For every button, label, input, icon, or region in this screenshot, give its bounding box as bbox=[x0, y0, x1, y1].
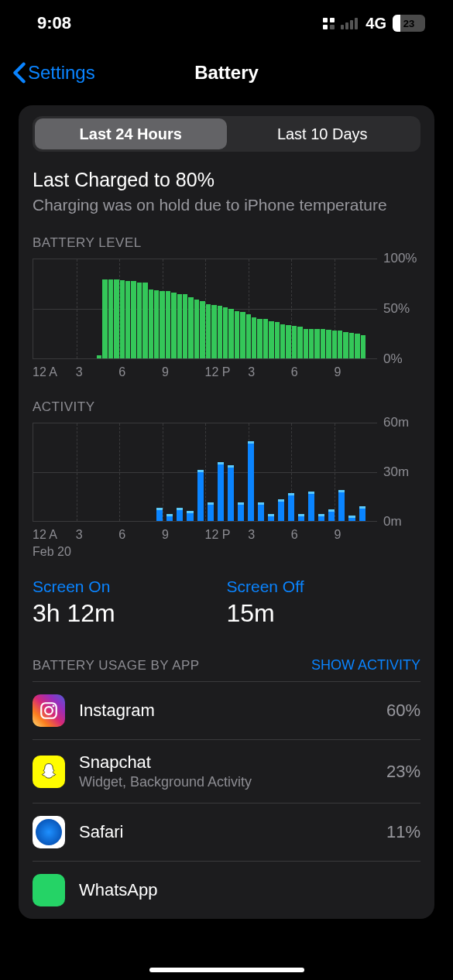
app-row-safari[interactable]: Safari 11% bbox=[33, 803, 420, 861]
nav-bar: Settings Battery bbox=[0, 46, 453, 99]
usage-list-title: BATTERY USAGE BY APP bbox=[33, 658, 200, 673]
activity-x-axis: 12 A36912 P369 bbox=[33, 528, 420, 542]
time-range-tabs: Last 24 Hours Last 10 Days bbox=[33, 116, 420, 152]
tab-24-hours[interactable]: Last 24 Hours bbox=[35, 118, 227, 149]
dual-sim-icon bbox=[323, 18, 335, 29]
status-time: 9:08 bbox=[37, 13, 71, 33]
battery-level-label: BATTERY LEVEL bbox=[33, 235, 420, 251]
activity-chart[interactable]: 60m 30m 0m bbox=[33, 423, 420, 522]
app-percent: 60% bbox=[386, 701, 420, 721]
app-row-snapchat[interactable]: Snapchat Widget, Background Activity 23% bbox=[33, 739, 420, 803]
app-name: WhatsApp bbox=[79, 880, 420, 900]
last-charged-title: Last Charged to 80% bbox=[33, 169, 420, 191]
app-percent: 11% bbox=[386, 822, 420, 842]
activity-label: ACTIVITY bbox=[33, 399, 420, 415]
app-name: Snapchat bbox=[79, 752, 386, 773]
app-sub: Widget, Background Activity bbox=[79, 774, 386, 790]
app-row-whatsapp[interactable]: WhatsApp bbox=[33, 861, 420, 919]
show-activity-button[interactable]: SHOW ACTIVITY bbox=[311, 657, 420, 673]
instagram-icon bbox=[33, 694, 65, 727]
usage-list-header: BATTERY USAGE BY APP SHOW ACTIVITY bbox=[33, 657, 420, 681]
snapchat-icon bbox=[33, 756, 65, 788]
screen-off-value: 15m bbox=[227, 599, 421, 628]
battery-level-x-axis: 12 A36912 P369 bbox=[33, 365, 420, 379]
app-name: Safari bbox=[79, 822, 386, 842]
safari-icon bbox=[33, 816, 65, 848]
screen-on-value: 3h 12m bbox=[33, 599, 227, 628]
usage-summary: Screen On 3h 12m Screen Off 15m bbox=[33, 577, 420, 628]
app-percent: 23% bbox=[386, 762, 420, 782]
app-row-instagram[interactable]: Instagram 60% bbox=[33, 681, 420, 739]
svg-marker-5 bbox=[47, 827, 54, 834]
screen-on-label: Screen On bbox=[33, 577, 227, 596]
status-bar: 9:08 4G 23 bbox=[0, 0, 453, 46]
status-right: 4G 23 bbox=[323, 15, 425, 33]
svg-point-2 bbox=[53, 705, 55, 708]
page-title: Battery bbox=[0, 62, 453, 84]
whatsapp-icon bbox=[33, 874, 65, 906]
activity-date: Feb 20 bbox=[33, 545, 420, 559]
network-type: 4G bbox=[365, 15, 386, 33]
tab-10-days[interactable]: Last 10 Days bbox=[227, 118, 419, 149]
app-name: Instagram bbox=[79, 701, 386, 721]
svg-marker-4 bbox=[49, 827, 54, 832]
home-indicator[interactable] bbox=[149, 968, 304, 972]
battery-card: Last 24 Hours Last 10 Days Last Charged … bbox=[19, 105, 434, 919]
svg-point-1 bbox=[45, 707, 53, 714]
battery-icon: 23 bbox=[393, 15, 425, 32]
last-charged-subtitle: Charging was on hold due to iPhone tempe… bbox=[33, 194, 420, 215]
cellular-bars-icon bbox=[341, 18, 358, 29]
svg-marker-6 bbox=[43, 831, 50, 838]
screen-off-label: Screen Off bbox=[227, 577, 421, 596]
battery-level-chart[interactable]: 100% 50% 0% bbox=[33, 259, 420, 359]
